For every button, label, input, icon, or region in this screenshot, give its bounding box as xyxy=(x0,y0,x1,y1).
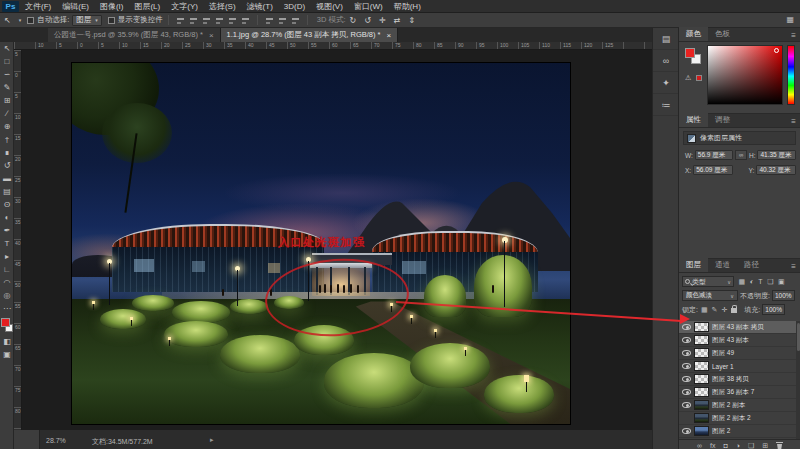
layer-filter-dropdown[interactable]: 类型 ∨ xyxy=(682,276,734,287)
layer-thumbnail[interactable] xyxy=(694,426,709,436)
web-safe-color-swatch[interactable] xyxy=(696,75,702,81)
align-center-v-icon[interactable] xyxy=(228,16,237,25)
lock-all-icon[interactable] xyxy=(731,308,737,313)
visibility-toggle-icon[interactable] xyxy=(682,415,691,421)
hand-tool-icon[interactable]: ◠ xyxy=(0,276,14,289)
panel-menu-icon[interactable]: ≡ xyxy=(791,117,796,126)
layer-row[interactable]: 图层 43 副本 拷贝 xyxy=(679,321,800,334)
visibility-toggle-icon[interactable] xyxy=(682,376,691,382)
layer-row[interactable]: 图层 49 xyxy=(679,347,800,360)
marquee-tool-icon[interactable]: □ xyxy=(0,55,14,68)
distribute-gap-icon[interactable] xyxy=(291,16,300,25)
filter-type-layers-icon[interactable]: T xyxy=(758,278,762,285)
lock-paint-icon[interactable]: ✎ xyxy=(712,306,718,314)
3d-roll-icon[interactable]: ↺ xyxy=(364,16,371,25)
tool-preset-arrow-icon[interactable]: ▾ xyxy=(19,17,22,23)
eyedropper-tool-icon[interactable]: ∕ xyxy=(0,107,14,120)
tab-paths[interactable]: 路径 xyxy=(737,258,766,272)
distribute-h-icon[interactable] xyxy=(265,16,274,25)
menu-view[interactable]: 视图(V) xyxy=(316,1,343,12)
shape-tool-icon[interactable]: ∟ xyxy=(0,263,14,276)
layer-row[interactable]: 图层 38 拷贝 xyxy=(679,373,800,386)
adjust-panel-icon[interactable]: ≔ xyxy=(653,94,679,116)
width-field[interactable]: 56.9 厘米 xyxy=(695,150,734,160)
layer-thumbnail[interactable] xyxy=(694,374,709,384)
panel-menu-icon[interactable]: ≡ xyxy=(791,31,796,40)
hue-slider[interactable] xyxy=(787,45,795,105)
pen-tool-icon[interactable]: ✒ xyxy=(0,224,14,237)
eraser-tool-icon[interactable]: ▬ xyxy=(0,172,14,185)
menu-edit[interactable]: 编辑(E) xyxy=(62,1,89,12)
blend-mode-dropdown[interactable]: 颜色减淡 ∨ xyxy=(682,290,738,301)
visibility-toggle-icon[interactable] xyxy=(682,324,691,330)
adjustment-layer-icon[interactable]: ◑ xyxy=(736,442,740,449)
tab-properties[interactable]: 属性 xyxy=(679,113,708,127)
opacity-field[interactable]: 100% xyxy=(772,290,795,301)
color-picker-cursor[interactable] xyxy=(774,48,779,53)
brush-tool-icon[interactable]: † xyxy=(0,133,14,146)
align-left-icon[interactable] xyxy=(176,16,185,25)
zoom-level-field[interactable]: 28.7% xyxy=(46,437,66,444)
layer-thumbnail[interactable] xyxy=(694,322,709,332)
tab-adjustments[interactable]: 调整 xyxy=(708,113,737,127)
history-brush-tool-icon[interactable]: ↺ xyxy=(0,159,14,172)
foreground-color-swatch[interactable] xyxy=(685,48,695,58)
path-selection-tool-icon[interactable]: ▸ xyxy=(0,250,14,263)
delete-layer-icon[interactable] xyxy=(776,442,783,449)
close-tab-icon[interactable]: × xyxy=(387,31,392,40)
layer-thumbnail[interactable] xyxy=(694,361,709,371)
horizontal-ruler[interactable]: 1050510152025303540455055606570758085909… xyxy=(14,42,652,50)
dodge-tool-icon[interactable]: ◐ xyxy=(0,211,14,224)
layer-row[interactable]: 图层 2 xyxy=(679,425,800,438)
menu-help[interactable]: 帮助(H) xyxy=(394,1,421,12)
layer-row[interactable]: Layer 1 xyxy=(679,360,800,373)
visibility-toggle-icon[interactable] xyxy=(682,428,691,434)
filter-adjustment-layers-icon[interactable]: ◐ xyxy=(750,278,754,285)
document-tab-active[interactable]: 1.1.jpg @ 28.7% (图层 43 副本 拷贝, RGB/8) * × xyxy=(221,28,399,42)
gradient-tool-icon[interactable]: ▤ xyxy=(0,185,14,198)
distribute-v-icon[interactable] xyxy=(278,16,287,25)
saturation-brightness-field[interactable] xyxy=(707,45,783,105)
layer-style-icon[interactable]: fx xyxy=(710,442,715,449)
visibility-toggle-icon[interactable] xyxy=(682,350,691,356)
quick-mask-button-icon[interactable]: ◧ xyxy=(0,335,14,348)
clone-stamp-tool-icon[interactable]: ∎ xyxy=(0,146,14,159)
layer-thumbnail[interactable] xyxy=(694,335,709,345)
layer-row[interactable]: 图层 36 副本 7 xyxy=(679,386,800,399)
layer-thumbnail[interactable] xyxy=(694,413,709,423)
crop-tool-icon[interactable]: ⊞ xyxy=(0,94,14,107)
filter-pixel-layers-icon[interactable]: ▦ xyxy=(739,278,746,286)
canvas-pasteboard[interactable]: 入口处光斑加强 xyxy=(22,50,652,430)
auto-select-checkbox[interactable] xyxy=(27,17,34,24)
menu-select[interactable]: 选择(S) xyxy=(209,1,236,12)
vertical-ruler[interactable]: 505101520253035404550556065707580 xyxy=(14,50,22,430)
menu-filter[interactable]: 滤镜(T) xyxy=(247,1,273,12)
layer-thumbnail[interactable] xyxy=(694,387,709,397)
height-field[interactable]: 41.35 厘米 xyxy=(757,150,796,160)
align-center-h-icon[interactable] xyxy=(189,16,198,25)
fill-field[interactable]: 100% xyxy=(762,304,785,315)
link-dimensions-icon[interactable]: ∞ xyxy=(735,150,747,160)
align-right-icon[interactable] xyxy=(202,16,211,25)
x-field[interactable]: 56.09 厘米 xyxy=(693,165,733,175)
auto-select-dropdown[interactable]: 图层▾ xyxy=(72,15,102,26)
visibility-toggle-icon[interactable] xyxy=(682,389,691,395)
layer-row[interactable]: 图层 43 副本 xyxy=(679,334,800,347)
document-tab-inactive[interactable]: 公园道一号.psd @ 35.9% (图层 43, RGB/8) * × xyxy=(48,28,221,42)
color-swatches[interactable] xyxy=(0,317,14,335)
blur-tool-icon[interactable]: ʘ xyxy=(0,198,14,211)
quick-selection-tool-icon[interactable]: ✎ xyxy=(0,81,14,94)
lasso-tool-icon[interactable]: ∽ xyxy=(0,68,14,81)
3d-scale-icon[interactable]: ⇕ xyxy=(408,16,415,25)
layer-comps-panel-icon[interactable]: ∞ xyxy=(653,50,679,72)
menu-type[interactable]: 文字(Y) xyxy=(171,1,198,12)
menu-layer[interactable]: 图层(L) xyxy=(134,1,160,12)
screen-mode-button-icon[interactable]: ▣ xyxy=(0,348,14,361)
filter-smart-objects-icon[interactable]: ▣ xyxy=(778,278,785,286)
3d-slide-icon[interactable]: ⇄ xyxy=(394,16,401,25)
new-layer-icon[interactable]: ⊞ xyxy=(762,442,768,449)
3d-rotate-icon[interactable]: ↻ xyxy=(350,16,357,25)
panel-menu-icon[interactable]: ≡ xyxy=(791,262,796,271)
layer-row[interactable]: 图层 2 副本 xyxy=(679,399,800,412)
zoom-tool-icon[interactable]: ◎ xyxy=(0,289,14,302)
